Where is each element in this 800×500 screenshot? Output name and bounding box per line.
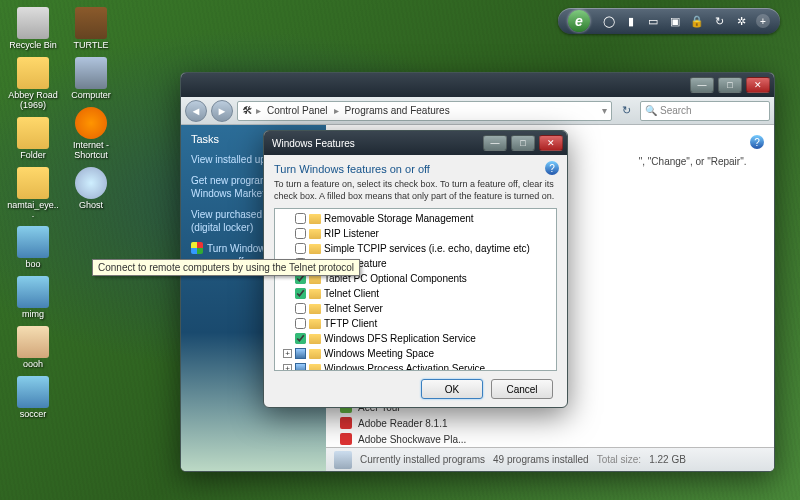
abbey-road-icon: [17, 57, 49, 89]
desktop-icons: Recycle BinAbbey Road (1969)Foldernamtai…: [5, 5, 119, 422]
icon-label: oooh: [23, 360, 43, 370]
refresh-icon[interactable]: ↻: [712, 14, 726, 28]
feature-checkbox[interactable]: [295, 318, 306, 329]
search-input[interactable]: 🔍 Search: [640, 101, 770, 121]
feature-checkbox[interactable]: [295, 243, 306, 254]
feature-checkbox[interactable]: [295, 288, 306, 299]
gear-icon[interactable]: ✲: [734, 14, 748, 28]
desktop-icon-folder[interactable]: Folder: [5, 115, 61, 163]
status-label: Currently installed programs: [360, 454, 485, 465]
folder-icon: [309, 364, 321, 371]
search-icon: 🔍: [645, 105, 657, 116]
dock-expand-icon[interactable]: +: [756, 14, 770, 28]
expander-icon[interactable]: +: [283, 364, 292, 371]
battery-icon[interactable]: ▮: [624, 14, 638, 28]
folder-icon: [309, 334, 321, 344]
browser-icon[interactable]: e: [568, 10, 590, 32]
feature-label: Telnet Server: [324, 303, 383, 314]
recycle-bin-icon: [17, 7, 49, 39]
installed-program[interactable]: Adobe Shockwave Pla...: [340, 431, 760, 447]
back-button[interactable]: ◄: [185, 100, 207, 122]
desktop-icon-recycle-bin[interactable]: Recycle Bin: [5, 5, 61, 53]
icon-label: soccer: [20, 410, 47, 420]
desktop-icon-oooh[interactable]: oooh: [5, 324, 61, 372]
refresh-button[interactable]: ↻: [616, 101, 636, 121]
dialog-heading: Turn Windows features on or off: [274, 163, 557, 175]
feature-label: Windows DFS Replication Service: [324, 333, 476, 344]
window-titlebar[interactable]: — □ ✕: [181, 73, 774, 97]
feature-item[interactable]: +TFTP Client: [277, 316, 554, 331]
breadcrumb[interactable]: 🛠 ▸ Control Panel ▸ Programs and Feature…: [237, 101, 612, 121]
maximize-button[interactable]: □: [718, 77, 742, 93]
icon-label: Computer: [71, 91, 111, 101]
soccer-icon: [17, 376, 49, 408]
folder-icon: [309, 289, 321, 299]
forward-button[interactable]: ►: [211, 100, 233, 122]
help-icon[interactable]: ?: [750, 135, 764, 149]
close-button[interactable]: ✕: [746, 77, 770, 93]
dialog-title: Windows Features: [272, 138, 355, 149]
gadget-dock: e ◯ ▮ ▭ ▣ 🔒 ↻ ✲ +: [558, 8, 780, 34]
dialog-close-button[interactable]: ✕: [539, 135, 563, 151]
checkbox-indeterminate[interactable]: [295, 348, 306, 359]
address-bar: ◄ ► 🛠 ▸ Control Panel ▸ Programs and Fea…: [181, 97, 774, 125]
feature-item[interactable]: +Removable Storage Management: [277, 211, 554, 226]
status-size: 1.22 GB: [649, 454, 686, 465]
dialog-titlebar[interactable]: Windows Features — □ ✕: [264, 131, 567, 155]
feature-checkbox[interactable]: [295, 303, 306, 314]
computer-icon: [75, 57, 107, 89]
desktop-icon-ghost[interactable]: Ghost: [63, 165, 119, 213]
desktop-icon-turtle[interactable]: TURTLE: [63, 5, 119, 53]
feature-label: Simple TCPIP services (i.e. echo, daytim…: [324, 243, 530, 254]
feature-checkbox[interactable]: [295, 228, 306, 239]
feature-item[interactable]: +Windows Process Activation Service: [277, 361, 554, 371]
feature-item[interactable]: +RIP Listener: [277, 226, 554, 241]
ok-button[interactable]: OK: [421, 379, 483, 399]
program-name: Adobe Reader 8.1.1: [358, 418, 448, 429]
features-tree[interactable]: +Removable Storage Management+RIP Listen…: [274, 208, 557, 371]
cancel-button[interactable]: Cancel: [491, 379, 553, 399]
folder-icon: [309, 229, 321, 239]
desktop-icon-computer[interactable]: Computer: [63, 55, 119, 103]
camera-icon[interactable]: ▣: [668, 14, 682, 28]
feature-label: Windows Process Activation Service: [324, 363, 485, 371]
feature-label: Windows Meeting Space: [324, 348, 434, 359]
folder-icon: [309, 349, 321, 359]
icon-label: Internet - Shortcut: [65, 141, 117, 161]
icon-label: namtai_eye...: [7, 201, 59, 221]
crumb-programs[interactable]: Programs and Features: [343, 105, 452, 116]
oooh-icon: [17, 326, 49, 358]
icon-label: Recycle Bin: [9, 41, 57, 51]
desktop-icon-mimg[interactable]: mimg: [5, 274, 61, 322]
internet-icon: [75, 107, 107, 139]
dialog-minimize-button[interactable]: —: [483, 135, 507, 151]
desktop-icon-internet[interactable]: Internet - Shortcut: [63, 105, 119, 163]
dialog-maximize-button[interactable]: □: [511, 135, 535, 151]
radio-icon[interactable]: ▭: [646, 14, 660, 28]
feature-checkbox[interactable]: [295, 333, 306, 344]
shield-icon: [191, 242, 203, 254]
installed-program[interactable]: Adobe Reader 8.1.1: [340, 415, 760, 431]
dialog-help-icon[interactable]: ?: [545, 161, 559, 175]
minimize-button[interactable]: —: [690, 77, 714, 93]
desktop-icon-namtai[interactable]: namtai_eye...: [5, 165, 61, 223]
feature-item[interactable]: +Simple TCPIP services (i.e. echo, dayti…: [277, 241, 554, 256]
feature-label: Removable Storage Management: [324, 213, 474, 224]
globe-icon[interactable]: ◯: [602, 14, 616, 28]
feature-item[interactable]: +Telnet Server: [277, 301, 554, 316]
desktop-icon-boo[interactable]: boo: [5, 224, 61, 272]
boo-icon: [17, 226, 49, 258]
instruction-text: ", "Change", or "Repair".: [639, 156, 747, 167]
checkbox-indeterminate[interactable]: [295, 363, 306, 371]
expander-icon[interactable]: +: [283, 349, 292, 358]
desktop-icon-soccer[interactable]: soccer: [5, 374, 61, 422]
feature-item[interactable]: +Windows DFS Replication Service: [277, 331, 554, 346]
desktop-icon-abbey-road[interactable]: Abbey Road (1969): [5, 55, 61, 113]
namtai-icon: [17, 167, 49, 199]
feature-item[interactable]: +Windows Meeting Space: [277, 346, 554, 361]
lock-icon[interactable]: 🔒: [690, 14, 704, 28]
feature-checkbox[interactable]: [295, 213, 306, 224]
feature-item[interactable]: +Telnet Client: [277, 286, 554, 301]
ghost-icon: [75, 167, 107, 199]
crumb-control-panel[interactable]: Control Panel: [265, 105, 330, 116]
